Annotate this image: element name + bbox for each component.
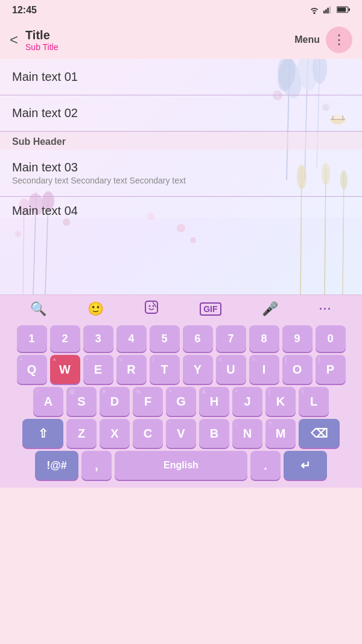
mic-toolbar-icon[interactable]: 🎤 (262, 301, 278, 317)
emoji-toolbar-icon[interactable]: 🙂 (87, 301, 104, 317)
asdf-row: !A @S #D %F ^G &H *J (K )L (4, 387, 358, 416)
symbols-key[interactable]: !@# (35, 451, 78, 480)
key-n[interactable]: ;N (232, 419, 262, 448)
svg-point-41 (153, 305, 154, 307)
header-right: Menu ⋮ (294, 27, 352, 53)
symbols-label: !@# (46, 459, 67, 472)
period-key[interactable]: . (250, 451, 281, 480)
key-e[interactable]: ÷E (83, 355, 113, 384)
key-h[interactable]: &H (199, 387, 229, 416)
key-s[interactable]: @S (66, 387, 97, 416)
shift-key[interactable]: ⇧ (22, 419, 63, 448)
key-u[interactable]: <U (216, 355, 246, 384)
key-i[interactable]: >I (249, 355, 279, 384)
key-1[interactable]: 1 (17, 325, 47, 352)
list-item-4-main: Main text 04 (12, 204, 350, 218)
shift-icon: ⇧ (38, 426, 48, 441)
gif-toolbar-button[interactable]: GIF (200, 302, 221, 316)
key-8[interactable]: 8 (249, 325, 279, 352)
header-titles: Title Sub Title (25, 28, 294, 52)
key-l[interactable]: )L (299, 387, 329, 416)
key-f[interactable]: %F (133, 387, 163, 416)
key-m[interactable]: ?M (265, 419, 296, 448)
list-item-1-main: Main text 01 (12, 70, 350, 84)
key-k[interactable]: (K (265, 387, 296, 416)
comma-label: , (95, 459, 98, 473)
key-x[interactable]: X (100, 419, 130, 448)
key-6[interactable]: 6 (183, 325, 213, 352)
key-d[interactable]: #D (100, 387, 130, 416)
key-0[interactable]: 0 (316, 325, 346, 352)
key-z[interactable]: Z (66, 419, 97, 448)
qwerty-row: +Q ×W ÷E =R /T -Y <U >I [O ]P (4, 355, 358, 384)
key-w[interactable]: ×W (50, 355, 80, 384)
key-7[interactable]: 7 (216, 325, 246, 352)
enter-key[interactable]: ↵ (284, 451, 327, 480)
key-j[interactable]: *J (232, 387, 262, 416)
wifi-icon (309, 5, 320, 16)
battery-icon (337, 5, 350, 16)
svg-rect-39 (145, 301, 157, 313)
header-title: Title (25, 28, 294, 42)
enter-icon: ↵ (300, 458, 311, 473)
space-key[interactable]: English (115, 451, 247, 480)
status-icons (309, 5, 350, 16)
period-label: . (264, 459, 267, 473)
list-item-2[interactable]: Main text 02 (0, 95, 362, 132)
key-4[interactable]: 4 (116, 325, 147, 352)
sub-header: Sub Header (0, 132, 362, 150)
list-item-3-secondary: Secondary text Secondary text Secondary … (12, 176, 350, 185)
search-toolbar-icon[interactable]: 🔍 (30, 301, 46, 317)
number-row: 1 2 3 4 5 6 7 8 9 0 (4, 325, 358, 352)
key-r[interactable]: =R (116, 355, 147, 384)
menu-dots-button[interactable]: ⋮ (326, 27, 352, 53)
status-time: 12:45 (12, 5, 37, 16)
key-p[interactable]: ]P (316, 355, 346, 384)
sticker-toolbar-icon[interactable] (144, 300, 159, 318)
key-g[interactable]: ^G (166, 387, 196, 416)
more-toolbar-icon[interactable]: ··· (319, 303, 332, 316)
svg-point-29 (15, 231, 21, 237)
key-9[interactable]: 9 (282, 325, 313, 352)
list-item-3-main: Main text 03 (12, 161, 350, 174)
list-item-2-main: Main text 02 (12, 106, 350, 120)
backspace-icon: ⌫ (311, 426, 328, 441)
key-v[interactable]: "V (166, 419, 196, 448)
key-q[interactable]: +Q (17, 355, 47, 384)
list-item-3[interactable]: Main text 03 Secondary text Secondary te… (0, 150, 362, 197)
app-header: < Title Sub Title Menu ⋮ (0, 21, 362, 59)
key-c[interactable]: C (133, 419, 163, 448)
svg-point-37 (190, 237, 196, 243)
key-y[interactable]: -Y (183, 355, 213, 384)
menu-label[interactable]: Menu (294, 34, 320, 45)
key-o[interactable]: [O (282, 355, 313, 384)
svg-rect-2 (327, 7, 328, 13)
key-b[interactable]: :B (199, 419, 229, 448)
key-a[interactable]: !A (33, 387, 63, 416)
status-bar: 12:45 (0, 0, 362, 21)
zxcv-row: ⇧ Z X C "V :B ;N ?M ⌫ (4, 419, 358, 448)
svg-rect-1 (325, 9, 326, 13)
space-label: English (164, 460, 198, 471)
key-3[interactable]: 3 (83, 325, 113, 352)
signal-icon (323, 5, 333, 16)
back-button[interactable]: < (10, 31, 18, 48)
key-5[interactable]: 5 (150, 325, 180, 352)
backspace-key[interactable]: ⌫ (299, 419, 340, 448)
list-item-1[interactable]: Main text 01 (0, 59, 362, 95)
key-2[interactable]: 2 (50, 325, 80, 352)
svg-point-40 (149, 305, 151, 307)
svg-point-36 (177, 224, 185, 232)
svg-rect-5 (337, 7, 346, 11)
bottom-row: !@# , English . ↵ (4, 451, 358, 480)
list-item-4-partial[interactable]: Main text 04 (0, 197, 362, 218)
svg-point-28 (63, 218, 70, 226)
keyboard-toolbar: 🔍 🙂 GIF 🎤 ··· (0, 295, 362, 323)
header-subtitle: Sub Title (25, 42, 294, 52)
more-vert-icon: ⋮ (332, 32, 346, 48)
content-area: Main text 01 Main text 02 Sub Header Mai… (0, 59, 362, 295)
svg-rect-6 (349, 8, 350, 11)
key-t[interactable]: /T (150, 355, 180, 384)
comma-key[interactable]: , (81, 451, 112, 480)
svg-rect-3 (329, 6, 331, 13)
